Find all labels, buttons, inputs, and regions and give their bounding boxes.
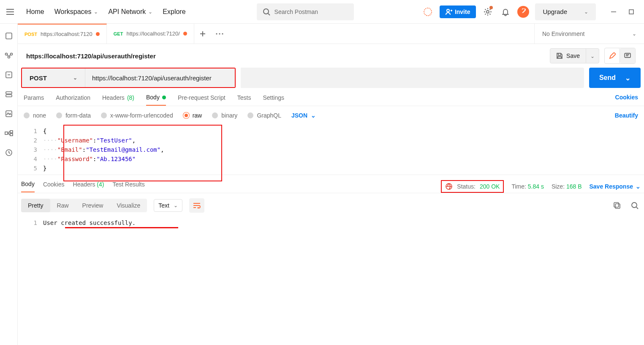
- status-highlight: Status: 200 OK: [441, 180, 504, 193]
- monitors-icon[interactable]: [4, 109, 14, 118]
- settings-icon[interactable]: [482, 6, 494, 18]
- globe-alert-icon: [445, 183, 453, 190]
- copy-icon[interactable]: [611, 200, 623, 211]
- resptab-headers-label: Headers: [73, 181, 95, 188]
- search-placeholder: Search Postman: [274, 8, 318, 15]
- fmt-pretty[interactable]: Pretty: [21, 199, 50, 212]
- url-input[interactable]: [85, 68, 235, 87]
- avatar[interactable]: [517, 6, 529, 18]
- chevron-down-icon: ⌄: [625, 74, 630, 82]
- svg-point-1: [424, 8, 432, 16]
- dirty-dot-icon: [183, 32, 187, 36]
- svg-rect-15: [10, 131, 13, 133]
- notification-dot: [489, 6, 493, 9]
- response-gutter: 1: [18, 219, 43, 226]
- raw-format-select[interactable]: JSON ⌄: [291, 112, 316, 119]
- svg-rect-6: [6, 33, 12, 39]
- edit-icon[interactable]: [605, 48, 620, 63]
- format-group: Pretty Raw Preview Visualize: [21, 199, 147, 212]
- bell-icon[interactable]: [500, 6, 511, 18]
- chevron-down-icon: ⌄: [148, 9, 152, 15]
- left-rail: [0, 24, 18, 345]
- svg-rect-11: [6, 92, 12, 94]
- dirty-dot-icon: [96, 32, 100, 36]
- save-button[interactable]: Save ⌄: [550, 48, 599, 63]
- svg-point-3: [486, 11, 489, 13]
- history-icon[interactable]: [4, 148, 14, 157]
- subtab-tests[interactable]: Tests: [237, 94, 251, 106]
- search-input[interactable]: Search Postman: [257, 3, 354, 20]
- upgrade-button[interactable]: Upgrade ⌄: [535, 3, 596, 20]
- response-lang-select[interactable]: Text ⌄: [154, 199, 182, 212]
- subtab-body[interactable]: Body: [146, 94, 166, 106]
- request-url-row: POST ⌄ Send ⌄: [18, 68, 644, 88]
- menu-icon[interactable]: [5, 7, 15, 17]
- fmt-raw[interactable]: Raw: [50, 199, 76, 212]
- upgrade-label: Upgrade: [543, 8, 567, 15]
- fmt-visualize[interactable]: Visualize: [110, 199, 147, 212]
- save-icon: [556, 52, 563, 59]
- body-editor[interactable]: 12345 { ····"Username":"TestUser", ····"…: [18, 125, 644, 173]
- send-button[interactable]: Send ⌄: [589, 68, 641, 88]
- nav-api-network[interactable]: API Network ⌄: [108, 8, 152, 16]
- bodytype-raw[interactable]: raw: [183, 112, 202, 119]
- method-select[interactable]: POST ⌄: [22, 68, 85, 87]
- new-tab-button[interactable]: [194, 24, 211, 44]
- bodytype-formdata[interactable]: form-data: [56, 112, 91, 119]
- subtab-body-label: Body: [146, 94, 160, 101]
- nav-explore[interactable]: Explore: [163, 8, 185, 16]
- chevron-down-icon: ⌄: [584, 9, 588, 15]
- cookies-link[interactable]: Cookies: [615, 94, 638, 101]
- request-title-row: https://localhost:7120/api/userauth/regi…: [18, 44, 644, 68]
- subtab-params[interactable]: Params: [24, 94, 44, 106]
- save-response-button[interactable]: Save Response ⌄: [590, 183, 641, 190]
- resptab-headers[interactable]: Headers (4): [73, 181, 104, 192]
- tab-overflow-button[interactable]: [211, 24, 228, 44]
- title-actions: Save ⌄: [550, 48, 636, 64]
- tab-1[interactable]: GET https://localhost:7120/: [107, 24, 194, 44]
- chevron-down-icon: ⌄: [73, 75, 77, 81]
- fmt-preview[interactable]: Preview: [76, 199, 110, 212]
- wrap-lines-button[interactable]: [189, 198, 204, 213]
- chevron-down-icon: ⌄: [94, 9, 98, 15]
- beautify-link[interactable]: Beautify: [615, 112, 638, 119]
- bodytype-binary[interactable]: binary: [212, 112, 237, 119]
- invite-button[interactable]: Invite: [440, 5, 476, 18]
- team-icon[interactable]: [422, 6, 434, 18]
- mock-servers-icon[interactable]: [4, 90, 14, 99]
- main: POST https://localhost:7120 GET https://…: [18, 24, 644, 345]
- bodytype-none[interactable]: none: [24, 112, 46, 119]
- subtab-authorization[interactable]: Authorization: [56, 94, 90, 106]
- save-response-label: Save Response: [590, 183, 633, 190]
- status-value: 200 OK: [480, 183, 500, 190]
- resptab-body[interactable]: Body: [21, 181, 35, 192]
- environment-select[interactable]: No Environment ⌄: [534, 24, 644, 44]
- request-title: https://localhost:7120/api/userauth/regi…: [26, 52, 156, 60]
- tab-0[interactable]: POST https://localhost:7120: [18, 24, 107, 44]
- nav-home[interactable]: Home: [26, 8, 44, 16]
- chevron-down-icon: ⌄: [632, 31, 636, 37]
- resptab-testresults[interactable]: Test Results: [112, 181, 144, 192]
- url-extension: [241, 68, 584, 88]
- search-response-icon[interactable]: [629, 200, 641, 211]
- bodytype-graphql[interactable]: GraphQL: [247, 112, 281, 119]
- environments-icon[interactable]: [4, 70, 14, 79]
- response-text: User created successfully.: [43, 219, 136, 226]
- resptab-cookies[interactable]: Cookies: [43, 181, 65, 192]
- collections-icon[interactable]: [4, 31, 14, 41]
- nav-workspaces[interactable]: Workspaces ⌄: [54, 8, 98, 16]
- subtab-settings[interactable]: Settings: [263, 94, 284, 106]
- maximize-icon[interactable]: [628, 8, 635, 15]
- comments-icon[interactable]: [620, 48, 635, 63]
- subtab-headers[interactable]: Headers (8): [102, 94, 134, 106]
- apis-icon[interactable]: [4, 51, 14, 60]
- minimize-icon[interactable]: [610, 8, 617, 15]
- body-types: none form-data x-www-form-urlencoded raw…: [18, 106, 644, 125]
- flows-icon[interactable]: [4, 129, 14, 138]
- editor-code[interactable]: { ····"Username":"TestUser", ····"Email"…: [43, 125, 644, 173]
- subtab-headers-label: Headers: [102, 94, 125, 101]
- tab-url: https://localhost:7120: [41, 31, 92, 37]
- bodytype-urlencoded[interactable]: x-www-form-urlencoded: [101, 112, 173, 119]
- response-lang-label: Text: [158, 202, 169, 209]
- subtab-prerequest[interactable]: Pre-request Script: [178, 94, 226, 106]
